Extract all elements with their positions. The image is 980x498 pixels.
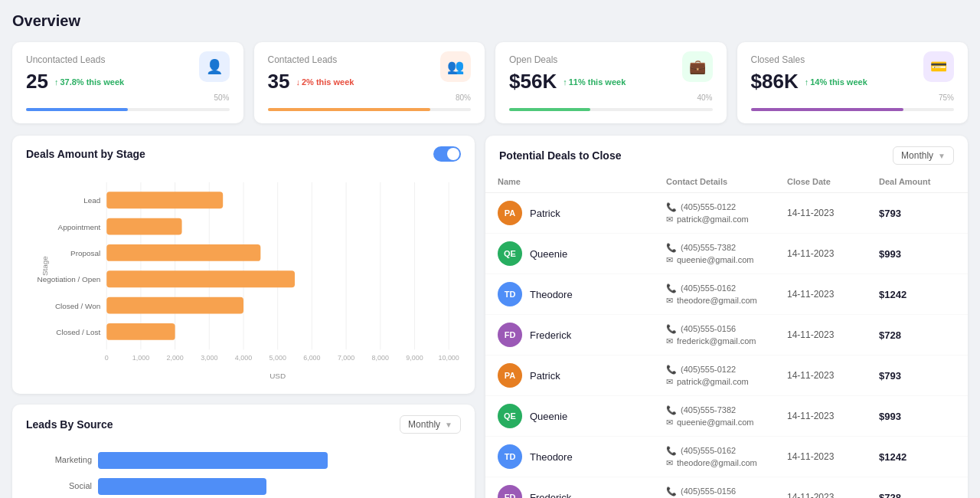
contact-email: ✉ patrick@gmail.com xyxy=(666,377,787,387)
contact-name: Patrick xyxy=(530,370,560,382)
table-col-header: Close Date xyxy=(787,177,879,186)
contact-cell: FD Frederick xyxy=(498,323,666,347)
table-header: NameContact DetailsClose DateDeal Amount xyxy=(485,171,968,193)
potential-deals-panel: Potential Deals to Close Monthly ▼ NameC… xyxy=(485,136,968,498)
kpi-progress-label: 50% xyxy=(26,93,230,102)
kpi-label: Contacted Leads xyxy=(268,54,354,65)
table-row: FD Frederick 📞 (405)555-0156 ✉ frederick… xyxy=(485,477,968,498)
email-icon: ✉ xyxy=(666,336,673,346)
kpi-label: Open Deals xyxy=(509,54,626,65)
page-container: Overview Uncontacted Leads 25 ↑ 37.8% th… xyxy=(0,0,980,498)
leads-bar-chart: MarketingSocial xyxy=(23,446,464,498)
svg-rect-29 xyxy=(106,244,260,261)
close-date: 14-11-2023 xyxy=(787,248,879,259)
svg-rect-31 xyxy=(106,270,295,287)
kpi-value: $86K ↑ 14% this week xyxy=(751,70,867,93)
table-row: TD Theodore 📞 (405)555-0162 ✉ theodore@g… xyxy=(485,274,968,315)
close-date: 14-11-2023 xyxy=(787,492,879,498)
contact-detail: 📞 (405)555-0162 ✉ theodore@gmail.com xyxy=(666,283,787,306)
contact-email: ✉ queenie@gmail.com xyxy=(666,255,787,265)
page-title: Overview xyxy=(12,12,968,30)
svg-text:4,000: 4,000 xyxy=(235,354,252,362)
contact-phone: 📞 (405)555-0122 xyxy=(666,202,787,212)
kpi-progress-fill xyxy=(26,108,128,111)
svg-rect-35 xyxy=(106,323,175,340)
svg-text:Proposal: Proposal xyxy=(70,249,100,257)
contact-name: Frederick xyxy=(530,329,571,341)
table-row: QE Queenie 📞 (405)555-7382 ✉ queenie@gma… xyxy=(485,396,968,437)
leads-source-title: Leads By Source xyxy=(26,418,113,431)
phone-icon: 📞 xyxy=(666,324,677,334)
contact-phone: 📞 (405)555-0162 xyxy=(666,446,787,456)
avatar: PA xyxy=(498,201,522,225)
chevron-down-icon: ▼ xyxy=(938,152,946,160)
deal-amount: $793 xyxy=(879,370,956,382)
deal-amount: $993 xyxy=(879,411,956,422)
close-date: 14-11-2023 xyxy=(787,329,879,340)
contact-name: Frederick xyxy=(530,492,571,499)
svg-text:Marketing: Marketing xyxy=(55,455,92,464)
svg-text:6,000: 6,000 xyxy=(303,354,320,362)
kpi-progress-bar xyxy=(268,108,472,111)
contact-email: ✉ queenie@gmail.com xyxy=(666,418,787,428)
contact-name: Theodore xyxy=(530,451,573,463)
kpi-label: Uncontacted Leads xyxy=(26,54,124,65)
kpi-icon: 💼 xyxy=(682,51,713,82)
table-col-header: Deal Amount xyxy=(879,177,956,186)
table-col-header: Name xyxy=(498,177,666,186)
table-row: PA Patrick 📞 (405)555-0122 ✉ patrick@gma… xyxy=(485,355,968,396)
kpi-value: 35 ↓ 2% this week xyxy=(268,70,354,93)
svg-text:2,000: 2,000 xyxy=(166,354,183,362)
kpi-icon: 💳 xyxy=(923,51,954,82)
deals-chart-panel: Deals Amount by Stage 01,0002,0003,0004,… xyxy=(12,136,475,394)
svg-rect-25 xyxy=(106,192,223,208)
deal-amount: $1242 xyxy=(879,289,956,300)
contact-detail: 📞 (405)555-7382 ✉ queenie@gmail.com xyxy=(666,243,787,265)
contact-cell: QE Queenie xyxy=(498,241,666,266)
left-panels: Deals Amount by Stage 01,0002,0003,0004,… xyxy=(12,136,475,498)
phone-icon: 📞 xyxy=(666,202,677,212)
potential-deals-dropdown[interactable]: Monthly ▼ xyxy=(893,146,954,165)
table-row: QE Queenie 📞 (405)555-7382 ✉ queenie@gma… xyxy=(485,234,968,274)
avatar: PA xyxy=(498,363,522,388)
bottom-row: Deals Amount by Stage 01,0002,0003,0004,… xyxy=(12,136,968,498)
avatar: TD xyxy=(498,444,522,469)
contact-name: Theodore xyxy=(530,289,573,300)
leads-source-dropdown[interactable]: Monthly ▼ xyxy=(400,415,461,434)
potential-deals-title: Potential Deals to Close xyxy=(499,149,621,162)
phone-icon: 📞 xyxy=(666,365,677,375)
contact-name: Queenie xyxy=(530,248,567,260)
deal-amount: $728 xyxy=(879,329,956,341)
table-col-header: Contact Details xyxy=(666,177,787,186)
deals-chart-toggle[interactable] xyxy=(433,146,461,162)
svg-rect-39 xyxy=(98,478,266,495)
svg-text:Appointment: Appointment xyxy=(58,223,101,231)
email-icon: ✉ xyxy=(666,458,673,468)
close-date: 14-11-2023 xyxy=(787,451,879,462)
svg-text:8,000: 8,000 xyxy=(372,354,389,362)
svg-text:1,000: 1,000 xyxy=(132,354,149,362)
svg-text:Negotiation / Open: Negotiation / Open xyxy=(38,275,101,283)
kpi-progress-label: 40% xyxy=(509,93,713,102)
svg-text:Closed / Won: Closed / Won xyxy=(55,302,100,310)
kpi-icon: 👤 xyxy=(199,51,230,82)
contact-phone: 📞 (405)555-0122 xyxy=(666,365,787,375)
email-icon: ✉ xyxy=(666,255,673,265)
avatar: QE xyxy=(498,241,522,266)
deal-amount: $793 xyxy=(879,208,956,219)
contact-detail: 📞 (405)555-0122 ✉ patrick@gmail.com xyxy=(666,202,787,224)
contact-cell: PA Patrick xyxy=(498,363,666,388)
kpi-card-closed-sales: Closed Sales $86K ↑ 14% this week 💳 75% xyxy=(737,42,969,123)
contact-phone: 📞 (405)555-0162 xyxy=(666,283,787,293)
contact-cell: QE Queenie xyxy=(498,404,666,428)
table-scroll: PA Patrick 📞 (405)555-0122 ✉ patrick@gma… xyxy=(485,193,968,498)
svg-text:10,000: 10,000 xyxy=(438,354,459,362)
kpi-value: $56K ↑ 11% this week xyxy=(509,70,626,93)
deal-amount: $728 xyxy=(879,492,956,499)
phone-icon: 📞 xyxy=(666,283,677,293)
contact-detail: 📞 (405)555-0162 ✉ theodore@gmail.com xyxy=(666,446,787,468)
table-row: PA Patrick 📞 (405)555-0122 ✉ patrick@gma… xyxy=(485,193,968,234)
phone-icon: 📞 xyxy=(666,487,677,496)
potential-deals-header: Potential Deals to Close Monthly ▼ xyxy=(485,136,968,171)
leads-source-header: Leads By Source Monthly ▼ xyxy=(12,405,475,440)
